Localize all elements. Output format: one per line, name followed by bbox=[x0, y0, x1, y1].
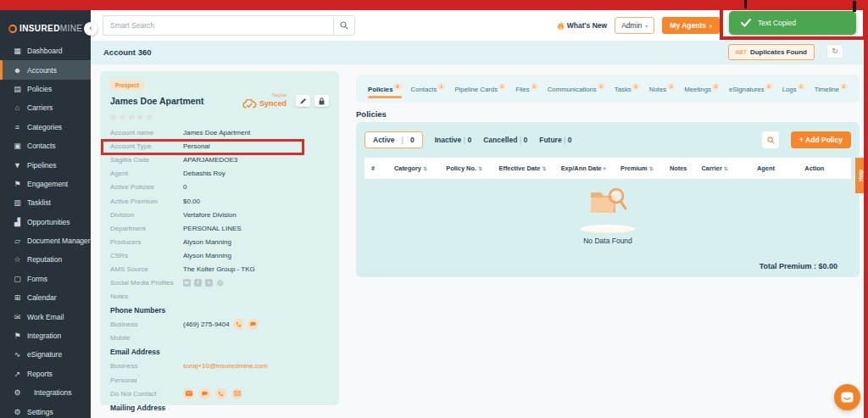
tab-badge: 0 bbox=[798, 83, 805, 90]
policies-search-button[interactable] bbox=[762, 131, 779, 148]
tab-badge: 0 bbox=[632, 83, 640, 90]
tab-notes[interactable]: Notes0 bbox=[649, 75, 675, 102]
sidebar-item-accounts[interactable]: ☻Accounts bbox=[0, 60, 91, 79]
section-mailing-address: Mailing Address bbox=[110, 400, 329, 415]
settings-icon: ⚙ bbox=[12, 408, 23, 416]
chat-launcher-button[interactable] bbox=[834, 384, 860, 410]
whats-new-link[interactable]: What's New bbox=[557, 21, 607, 31]
tab-meetings[interactable]: Meetings0 bbox=[684, 75, 720, 102]
integration-icon: ⚑ bbox=[12, 332, 23, 340]
filter-cancelled[interactable]: Cancelled | 0 bbox=[483, 136, 527, 144]
reports-icon: ↗ bbox=[12, 370, 23, 378]
col-policy-no[interactable]: Policy No. ⇅ bbox=[437, 164, 491, 172]
col-effective-date[interactable]: Effective Date ⇅ bbox=[491, 164, 554, 172]
col-action: Action bbox=[798, 164, 832, 172]
tab-esignatures[interactable]: eSignatures0 bbox=[729, 75, 773, 102]
sidebar-item-calendar[interactable]: ⊞Calendar bbox=[0, 288, 91, 307]
tab-logs[interactable]: Logs0 bbox=[782, 75, 805, 102]
sidebar-item-contacts[interactable]: ▣Contacts bbox=[0, 137, 91, 155]
sidebar-collapse-button[interactable]: ‹ bbox=[84, 22, 97, 36]
search-input[interactable] bbox=[103, 15, 333, 36]
dnc-mail-block-icon[interactable] bbox=[231, 388, 242, 399]
sidebar-item-document-manager[interactable]: ▱Document Manager bbox=[0, 231, 91, 250]
col-notes: Notes bbox=[661, 164, 695, 172]
annotation-box-sagitta-code bbox=[101, 139, 304, 155]
col-exp-ann-date[interactable]: Exp/Ann Date ▾ bbox=[554, 164, 613, 172]
website-globe-icon[interactable]: ⊕ bbox=[216, 279, 224, 287]
sidebar-item-opportunities[interactable]: ▟Opportunities bbox=[0, 213, 91, 231]
field-account-name: Account nameJames Doe Apartment bbox=[110, 126, 329, 140]
sidebar-item-pipelines[interactable]: ▼Pipelines bbox=[0, 155, 91, 174]
search-button[interactable] bbox=[333, 15, 355, 36]
sidebar-item-esignature[interactable]: ∿eSignature bbox=[0, 345, 91, 364]
sidebar-item-work-email[interactable]: ✉Work Email bbox=[0, 307, 91, 326]
sms-icon[interactable] bbox=[248, 319, 259, 330]
sidebar-item-integration[interactable]: ⚑Integration bbox=[0, 326, 91, 345]
dnc-email-icon[interactable] bbox=[183, 388, 194, 399]
tab-communications[interactable]: Communications0 bbox=[548, 75, 605, 102]
col-agent: Agent bbox=[734, 164, 798, 172]
lock-account-button[interactable] bbox=[314, 95, 329, 107]
admin-dropdown[interactable]: Admin▾ bbox=[615, 17, 654, 34]
twitter-icon[interactable]: t bbox=[205, 279, 213, 287]
no-data-illustration bbox=[586, 186, 630, 220]
tab-badge: 0 bbox=[765, 83, 773, 90]
sidebar-item-settings[interactable]: ⚙Settings bbox=[0, 402, 91, 418]
illustration-shadow bbox=[581, 225, 635, 233]
tab-timeline[interactable]: Timeline0 bbox=[815, 75, 848, 102]
dnc-call-icon[interactable] bbox=[215, 388, 226, 399]
pipelines-icon: ▼ bbox=[12, 161, 23, 170]
search-icon bbox=[340, 21, 348, 30]
tab-files[interactable]: Files0 bbox=[515, 75, 538, 102]
col-premium[interactable]: Premium ⇅ bbox=[613, 164, 661, 172]
refresh-icon[interactable]: ↻ bbox=[826, 44, 843, 59]
sidebar-item-tasklist[interactable]: ▥Tasklist bbox=[0, 193, 91, 212]
field-notes: Notes bbox=[110, 290, 329, 304]
sidebar-item-integrations[interactable]: ⚙Integrations bbox=[0, 383, 91, 402]
edit-account-button[interactable] bbox=[296, 95, 310, 107]
tab-badge: 0 bbox=[598, 83, 605, 90]
field-phone-business: Business (469) 275-9404 bbox=[110, 318, 329, 332]
call-icon[interactable] bbox=[233, 319, 244, 330]
sidebar-item-reports[interactable]: ↗Reports bbox=[0, 365, 91, 383]
duplicates-found-badge[interactable]: #87Duplicates Found bbox=[728, 44, 815, 60]
my-agents-button[interactable]: My Agents▾ bbox=[662, 17, 720, 34]
dnc-sms-icon[interactable] bbox=[199, 388, 210, 399]
sidebar-item-policies[interactable]: ▤Policies bbox=[0, 80, 91, 98]
email-link[interactable]: suraj+10@insuredmine.com bbox=[183, 362, 268, 370]
status-badge: Prospect bbox=[110, 81, 144, 90]
esignature-icon: ∿ bbox=[12, 350, 23, 359]
tab-tasks[interactable]: Tasks0 bbox=[615, 75, 640, 102]
facebook-icon[interactable]: f bbox=[194, 279, 202, 287]
sidebar-item-engagement[interactable]: ⚑Engagement bbox=[0, 175, 91, 193]
brand-text-bold: INSURED bbox=[19, 24, 60, 33]
field-email-personal: Personal bbox=[110, 373, 329, 387]
tab-pipeline-cards[interactable]: Pipeline Cards0 bbox=[454, 75, 506, 102]
col-category[interactable]: Category ⇅ bbox=[384, 164, 437, 172]
cloud-synced-icon bbox=[242, 99, 257, 109]
sidebar-item-dashboard[interactable]: ▦Dashboard bbox=[0, 42, 91, 60]
tab-contacts[interactable]: Contacts1 bbox=[411, 75, 446, 102]
carriers-icon: ⌂ bbox=[12, 103, 23, 112]
sidebar-item-forms[interactable]: ▢Forms bbox=[0, 270, 91, 288]
rating-stars[interactable]: ☆☆☆☆☆ bbox=[110, 113, 329, 121]
sort-icon: ⇅ bbox=[423, 166, 427, 171]
categories-icon: ≡ bbox=[12, 123, 23, 131]
tab-policies[interactable]: Policies0 bbox=[368, 75, 402, 102]
tab-badge: 0 bbox=[498, 83, 506, 90]
calendar-icon: ⊞ bbox=[12, 293, 23, 302]
filter-active[interactable]: Active|0 bbox=[364, 131, 423, 148]
field-csrs: CSRsAlyson Manning bbox=[110, 248, 329, 262]
opportunities-icon: ▟ bbox=[12, 218, 23, 226]
tab-badge: 1 bbox=[437, 83, 445, 90]
col-carrier[interactable]: Carrier ⇅ bbox=[695, 164, 734, 172]
field-email-business: Business suraj+10@insuredmine.com bbox=[110, 359, 329, 373]
sidebar-item-carriers[interactable]: ⌂Carriers bbox=[0, 98, 91, 117]
sidebar-item-reputation[interactable]: ☆Reputation bbox=[0, 250, 91, 269]
add-policy-button[interactable]: + Add Policy bbox=[791, 131, 851, 148]
filter-inactive[interactable]: Inactive | 0 bbox=[435, 136, 472, 144]
sidebar-item-categories[interactable]: ≡Categories bbox=[0, 118, 91, 137]
policies-table-header: # Category ⇅ Policy No. ⇅ Effective Date… bbox=[364, 158, 851, 179]
linkedin-icon[interactable]: in bbox=[183, 279, 191, 287]
filter-future[interactable]: Future | 0 bbox=[539, 136, 571, 144]
